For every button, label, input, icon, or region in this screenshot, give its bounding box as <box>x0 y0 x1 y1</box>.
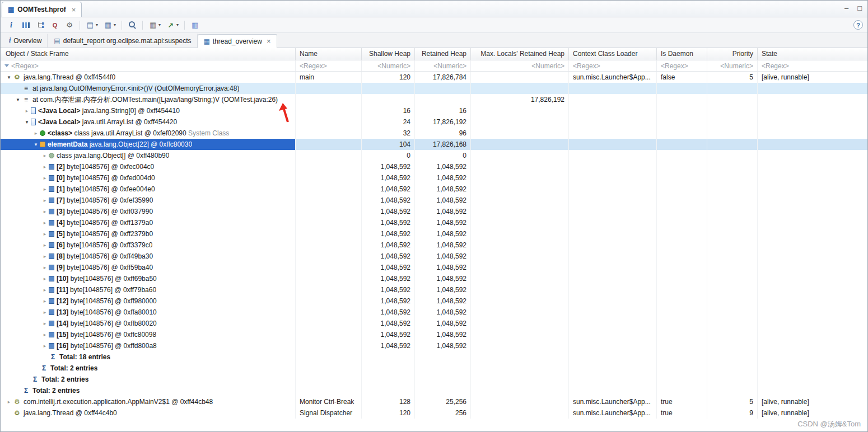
table-row[interactable]: ▸[2] byte[1048576] @ 0xfec004c01,048,592… <box>1 161 867 172</box>
table-row[interactable]: ▸[11] byte[1048576] @ 0xff79ba601,048,59… <box>1 284 867 295</box>
table-row[interactable]: ▸<class> class java.util.ArrayList @ 0xf… <box>1 128 867 139</box>
table-row[interactable]: ▸[12] byte[1048576] @ 0xff9800001,048,59… <box>1 295 867 307</box>
table-row[interactable]: ▾≡at com.内存泄漏.内存分析.OOMTest.main([Ljava/l… <box>1 94 867 105</box>
table-row[interactable]: ▾elementData java.lang.Object[22] @ 0xff… <box>1 139 867 150</box>
tab-thread-overview[interactable]: ▦ thread_overview × <box>198 34 277 48</box>
table-row[interactable]: ▾⚙java.lang.Thread @ 0xff4544f0main12017… <box>1 72 867 83</box>
expand-toggle-icon[interactable]: ▸ <box>41 195 49 206</box>
expand-toggle-icon[interactable]: ▸ <box>41 251 49 262</box>
table-row[interactable]: ΣTotal: 2 entries <box>1 374 867 385</box>
column-header-4[interactable]: Max. Locals' Retained Heap <box>471 48 569 60</box>
table-row[interactable]: ΣTotal: 2 entries <box>1 385 867 396</box>
query-browser-button[interactable]: ▾ <box>102 20 118 31</box>
column-filter-6[interactable]: <Regex> <box>657 60 707 71</box>
expand-toggle-icon[interactable]: ▸ <box>41 184 49 195</box>
column-filter-4[interactable]: <Numeric> <box>471 60 569 71</box>
table-row[interactable]: ⚙java.lang.Thread @ 0xff44c4b0Signal Dis… <box>1 407 867 419</box>
expand-toggle-icon[interactable]: ▸ <box>41 206 49 217</box>
expand-toggle-icon[interactable]: ▸ <box>41 273 49 284</box>
dominator-tree-button[interactable] <box>34 20 46 31</box>
expand-toggle-icon[interactable]: ▸ <box>41 150 49 161</box>
expand-toggle-icon[interactable]: ▸ <box>5 396 13 407</box>
collapse-toggle-icon[interactable]: ▾ <box>23 116 31 128</box>
help-button[interactable]: ? <box>853 20 863 30</box>
expand-toggle-icon[interactable]: ▸ <box>41 295 49 307</box>
minimize-button[interactable]: – <box>844 4 848 13</box>
table-row[interactable]: ▸[15] byte[1048576] @ 0xffc800981,048,59… <box>1 329 867 340</box>
expand-toggle-icon[interactable]: ▸ <box>41 284 49 295</box>
column-header-5[interactable]: Context Class Loader <box>569 48 657 60</box>
table-row[interactable]: ▸[16] byte[1048576] @ 0xffd800a81,048,59… <box>1 340 867 351</box>
table-header-row: Object / Stack FrameNameShallow HeapReta… <box>1 48 867 60</box>
compare-button[interactable] <box>189 20 201 31</box>
table-row[interactable]: ▸[1] byte[1048576] @ 0xfee004e01,048,592… <box>1 184 867 195</box>
table-row[interactable]: ▸[14] byte[1048576] @ 0xffb800201,048,59… <box>1 318 867 329</box>
expand-toggle-icon[interactable]: ▸ <box>41 307 49 318</box>
table-row[interactable]: ▸[10] byte[1048576] @ 0xff69ba501,048,59… <box>1 273 867 284</box>
expand-toggle-icon[interactable]: ▸ <box>41 228 49 240</box>
table-row[interactable]: ▸[6] byte[1048576] @ 0xff3379c01,048,592… <box>1 240 867 251</box>
expand-toggle-icon[interactable]: ▸ <box>41 262 49 273</box>
column-header-2[interactable]: Shallow Heap <box>362 48 415 60</box>
table-row[interactable]: ΣTotal: 18 entries <box>1 351 867 363</box>
close-icon[interactable]: × <box>267 37 271 45</box>
histogram-button[interactable] <box>20 20 32 31</box>
dropdown-caret-icon[interactable]: ▾ <box>114 22 116 27</box>
column-filter-3[interactable]: <Numeric> <box>415 60 471 71</box>
column-header-8[interactable]: State <box>758 48 867 60</box>
close-icon[interactable]: × <box>72 6 76 14</box>
dropdown-caret-icon[interactable]: ▾ <box>176 22 179 27</box>
cell-priority <box>707 161 758 172</box>
expand-toggle-icon[interactable]: ▸ <box>23 105 31 116</box>
oql-button[interactable] <box>49 20 61 31</box>
table-row[interactable]: ▸[7] byte[1048576] @ 0xfef359901,048,592… <box>1 195 867 206</box>
tab-overview[interactable]: i Overview <box>3 34 48 48</box>
column-filter-8[interactable]: <Regex> <box>758 60 867 71</box>
expand-toggle-icon[interactable]: ▸ <box>41 240 49 251</box>
column-filter-5[interactable]: <Regex> <box>569 60 657 71</box>
expand-toggle-icon[interactable]: ▸ <box>32 128 40 139</box>
table-row[interactable]: ▸[13] byte[1048576] @ 0xffa800101,048,59… <box>1 307 867 318</box>
customize-button[interactable] <box>63 20 76 31</box>
maximize-button[interactable]: □ <box>857 4 862 13</box>
table-row[interactable]: ▸[9] byte[1048576] @ 0xff59ba401,048,592… <box>1 262 867 273</box>
calculate-retained-size-button[interactable]: ▾ <box>147 20 162 31</box>
run-report-button[interactable]: ▾ <box>84 20 100 31</box>
expand-toggle-icon[interactable]: ▸ <box>41 329 49 340</box>
column-header-7[interactable]: Priority <box>707 48 758 60</box>
collapse-toggle-icon[interactable]: ▾ <box>32 139 40 150</box>
dropdown-caret-icon[interactable]: ▾ <box>158 22 161 27</box>
column-filter-2[interactable]: <Numeric> <box>362 60 415 71</box>
table-row[interactable]: ▸[8] byte[1048576] @ 0xff49ba301,048,592… <box>1 251 867 262</box>
column-header-6[interactable]: Is Daemon <box>657 48 707 60</box>
column-filter-0[interactable]: <Regex> <box>1 60 296 71</box>
table-row[interactable]: ▾<Java Local> java.util.ArrayList @ 0xff… <box>1 116 867 128</box>
table-row[interactable]: ≡at java.lang.OutOfMemoryError.<init>()V… <box>1 83 867 94</box>
dropdown-caret-icon[interactable]: ▾ <box>96 22 98 27</box>
column-header-3[interactable]: Retained Heap <box>415 48 471 60</box>
expand-toggle-icon[interactable]: ▸ <box>41 340 49 351</box>
table-row[interactable]: ▸[5] byte[1048576] @ 0xff2379b01,048,592… <box>1 228 867 240</box>
expand-toggle-icon[interactable]: ▸ <box>41 161 49 172</box>
expand-toggle-icon[interactable]: ▸ <box>41 318 49 329</box>
heap-dump-details-button[interactable] <box>5 20 17 31</box>
collapse-toggle-icon[interactable]: ▾ <box>5 72 13 83</box>
column-header-0[interactable]: Object / Stack Frame <box>1 48 296 60</box>
export-button[interactable]: ▾ <box>165 20 180 31</box>
editor-tab-oomtest-hprof[interactable]: ▦ OOMTest.hprof × <box>2 2 82 17</box>
table-row[interactable]: ▸[4] byte[1048576] @ 0xff1379a01,048,592… <box>1 217 867 228</box>
column-filter-7[interactable]: <Numeric> <box>707 60 758 71</box>
table-row[interactable]: ▸[3] byte[1048576] @ 0xff0379901,048,592… <box>1 206 867 217</box>
expand-toggle-icon[interactable]: ▸ <box>41 217 49 228</box>
table-row[interactable]: ▸[0] byte[1048576] @ 0xfed004d01,048,592… <box>1 172 867 184</box>
column-header-1[interactable]: Name <box>296 48 362 60</box>
table-row[interactable]: ΣTotal: 2 entries <box>1 363 867 374</box>
column-filter-1[interactable]: <Regex> <box>296 60 362 71</box>
tab-default-report[interactable]: ▤ default_report org.eclipse.mat.api:sus… <box>48 34 197 48</box>
search-button[interactable] <box>126 20 138 31</box>
table-row[interactable]: ▸<Java Local> java.lang.String[0] @ 0xff… <box>1 105 867 116</box>
table-row[interactable]: ▸class java.lang.Object[] @ 0xff480b9000 <box>1 150 867 161</box>
expand-toggle-icon[interactable]: ▸ <box>41 172 49 184</box>
table-row[interactable]: ▸⚙com.intellij.rt.execution.application.… <box>1 396 867 407</box>
collapse-toggle-icon[interactable]: ▾ <box>14 94 22 105</box>
